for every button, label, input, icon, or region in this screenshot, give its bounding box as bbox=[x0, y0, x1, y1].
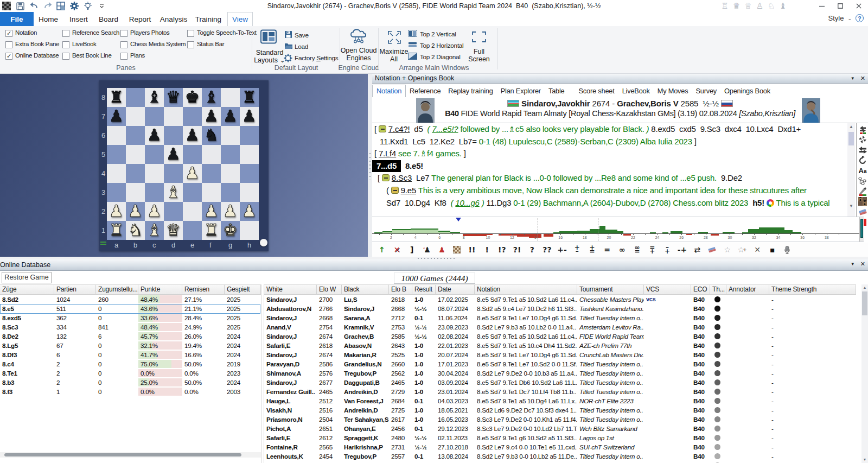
column-header-punkte[interactable]: Punkte bbox=[138, 284, 182, 295]
moves-table-row[interactable]: 8.c42075.0%50.0%2019 bbox=[0, 359, 261, 369]
panel-close-icon[interactable]: ✕ bbox=[860, 75, 865, 81]
games-table-row[interactable]: Sindarov,J2668Sarana,A27120-111.06.20248… bbox=[264, 313, 861, 322]
scroll-down-icon[interactable]: ▼ bbox=[861, 456, 868, 463]
black-knight-f6[interactable]: ♞ bbox=[202, 126, 221, 145]
collapse-variation-icon[interactable] bbox=[391, 187, 399, 194]
games-table-row[interactable]: Fernandez Guill..2465Andreikin,D27291-02… bbox=[264, 387, 861, 396]
square-c4[interactable] bbox=[145, 164, 164, 183]
notation-segment[interactable]: followed by ...♗c5 also looks very playa… bbox=[458, 124, 646, 134]
anno-star[interactable]: ☆ bbox=[720, 244, 735, 256]
notation-segment[interactable]: 8.e5! bbox=[405, 161, 423, 170]
white-rook-a1[interactable]: ♜ bbox=[107, 221, 126, 240]
square-d6[interactable] bbox=[164, 126, 183, 145]
notation-segment[interactable]: ] bbox=[462, 149, 466, 158]
square-g5[interactable] bbox=[221, 145, 240, 164]
column-header-zugumstellu-[interactable]: Zugumstellu... bbox=[96, 284, 138, 295]
column-header-z-ge[interactable]: Züge bbox=[0, 284, 54, 295]
checkbox-players-photos[interactable] bbox=[120, 30, 127, 37]
square-f5[interactable] bbox=[202, 145, 221, 164]
white-queen-d1[interactable]: ♛ bbox=[164, 221, 183, 240]
notation-segment[interactable]: 0-1 (29) Bachmann,A (2604)-Dubov,D (2708… bbox=[513, 198, 748, 207]
menu-tab-analysis[interactable]: Analysis bbox=[156, 12, 191, 26]
notation-segment[interactable]: 10...g6 bbox=[455, 198, 479, 207]
games-table-row[interactable]: Safarli,E2618Abasov,N26431-022.01.20238.… bbox=[264, 341, 861, 350]
restore-game-button[interactable]: Restore Game bbox=[2, 272, 52, 283]
anno-compensation[interactable]: ∞= bbox=[630, 244, 645, 256]
tab-openings-book[interactable]: Openings Book bbox=[720, 85, 774, 97]
column-header-date[interactable]: Date bbox=[436, 284, 475, 295]
anno-good-move[interactable]: ! bbox=[480, 244, 495, 256]
black-pawn-h7[interactable]: ♟ bbox=[240, 107, 259, 126]
notation-segment[interactable]: Le7 bbox=[412, 173, 431, 182]
moves-table-row[interactable]: 8.Df36041.7%16.6%2024 bbox=[0, 350, 261, 359]
anno-dot[interactable]: ▪ bbox=[765, 244, 780, 256]
checkbox-best-book-line[interactable] bbox=[62, 53, 69, 60]
checkbox-toggle-speech-to-text[interactable] bbox=[187, 30, 194, 37]
notation-segment[interactable]: 7.Lf4 bbox=[379, 149, 396, 158]
column-header-theme-strength[interactable]: Theme Strength bbox=[769, 284, 856, 295]
menu-tab-training[interactable]: Training bbox=[191, 12, 226, 26]
games-table-row[interactable]: Sindarov,J2700Lu,S26181-017.02.20258.e5 … bbox=[264, 295, 861, 304]
close-button[interactable] bbox=[850, 0, 868, 12]
games-table-row[interactable]: Fontaine,R2565Harikrishna,P2731½-½27.10.… bbox=[264, 442, 861, 452]
black-queen-d8[interactable]: ♛ bbox=[164, 88, 183, 107]
menu-tab-insert[interactable]: Insert bbox=[63, 12, 94, 26]
evaluation-chart[interactable]: 2468101214161820222426283032343638 bbox=[372, 217, 864, 242]
square-f3[interactable] bbox=[202, 183, 221, 202]
anno-white-clearly-better[interactable]: +– bbox=[570, 244, 585, 256]
notation-segment[interactable]: 11.Dg3 bbox=[486, 198, 513, 207]
moves-table-row[interactable]: 8.Sd2102426048.4%27.1%2025 bbox=[0, 295, 261, 304]
vertical-splitter[interactable] bbox=[368, 74, 372, 257]
games-table-row[interactable]: Shimanov,A2576Tregubov,P25621-030.04.202… bbox=[264, 369, 861, 378]
anno-very-good-move[interactable]: !! bbox=[464, 244, 480, 256]
moves-table-hscrollbar[interactable] bbox=[0, 452, 261, 458]
white-pawn-f2[interactable]: ♟ bbox=[202, 202, 221, 221]
square-g4[interactable] bbox=[221, 164, 240, 183]
anno-promote-arrow[interactable]: ↑ bbox=[374, 244, 390, 256]
anno-scissors[interactable]: ✕ bbox=[750, 244, 765, 256]
white-pawn-b2[interactable]: ♟ bbox=[126, 202, 145, 221]
anno-black-slightly-better[interactable]: =+ bbox=[644, 244, 660, 256]
moves-table-row[interactable]: 8.De2132645.7%26.0%2024 bbox=[0, 332, 261, 341]
column-header-notation[interactable]: Notation bbox=[475, 284, 577, 295]
notation-segment[interactable]: Sd7 10.Dg4 Kf8 bbox=[386, 198, 451, 207]
square-g8[interactable] bbox=[221, 88, 240, 107]
chess-board[interactable]: ♜♝♛♚♝♜♟♟♟♟♟♟♞♟♟♝♟♟♟♟♟♟♜♞♝♛♜♚ bbox=[107, 88, 259, 240]
black-rook-h8[interactable]: ♜ bbox=[240, 88, 259, 107]
white-pawn-c2[interactable]: ♟ bbox=[145, 202, 164, 221]
tab-replay-training[interactable]: Replay training bbox=[444, 85, 496, 97]
notation-segment[interactable]: This is a very ambitious move, Now Black… bbox=[418, 186, 807, 195]
column-header-black[interactable]: Black bbox=[342, 284, 389, 295]
menu-tab-home[interactable]: Home bbox=[32, 12, 65, 26]
square-e5[interactable] bbox=[183, 145, 202, 164]
board-grip-icon[interactable] bbox=[100, 242, 106, 246]
anno-delete-move[interactable]: ✕ bbox=[390, 244, 405, 256]
current-move[interactable]: 7...d5 bbox=[372, 160, 401, 172]
notation-segment[interactable]: This is a typical bbox=[774, 198, 829, 207]
maximize-button[interactable] bbox=[831, 0, 850, 12]
black-pawn-g7[interactable]: ♟ bbox=[221, 107, 240, 126]
games-table-row[interactable]: Pichot,A2651Ohanyan,E24560-129.12.20238.… bbox=[264, 424, 861, 433]
factory-settings-button[interactable]: Factory Settings bbox=[295, 54, 338, 62]
collapse-variation-icon[interactable] bbox=[379, 125, 386, 132]
notation-segment[interactable]: d5 bbox=[410, 124, 427, 134]
anno-white-slightly-better[interactable]: += bbox=[585, 244, 600, 256]
moves-table-row[interactable]: 8.Te1200.0%0.0%2023 bbox=[0, 369, 261, 378]
notation-segment[interactable]: h5! bbox=[748, 198, 767, 207]
anno-red-pawn[interactable]: ♟ bbox=[435, 244, 450, 256]
square-c7[interactable] bbox=[145, 107, 164, 126]
square-b5[interactable] bbox=[126, 145, 145, 164]
moves-table-row[interactable]: 8.Sc333484148.4%24.9%2025 bbox=[0, 322, 261, 332]
notation-segment[interactable]: 0-1 (48) Lupulescu,C (2589)-Serban,C (23… bbox=[479, 137, 692, 146]
white-bishop-d3[interactable]: ♝ bbox=[164, 183, 183, 202]
square-e2[interactable] bbox=[183, 202, 202, 221]
anno-microphone[interactable] bbox=[780, 244, 795, 256]
variation-arrows-icon[interactable] bbox=[858, 124, 867, 134]
white-king-g1[interactable]: ♚ bbox=[221, 221, 240, 240]
square-h1[interactable] bbox=[240, 221, 259, 240]
white-bishop-c1[interactable]: ♝ bbox=[145, 221, 164, 240]
games-table-row[interactable]: Sindarov,J2677Daggupati,B24651-003.09.20… bbox=[264, 378, 861, 387]
checkbox-plans[interactable] bbox=[120, 53, 127, 60]
square-d4[interactable] bbox=[164, 164, 183, 183]
games-table-row[interactable]: Abdusattorov,N2766Sindarov,J2668½-½08.07… bbox=[264, 304, 861, 313]
